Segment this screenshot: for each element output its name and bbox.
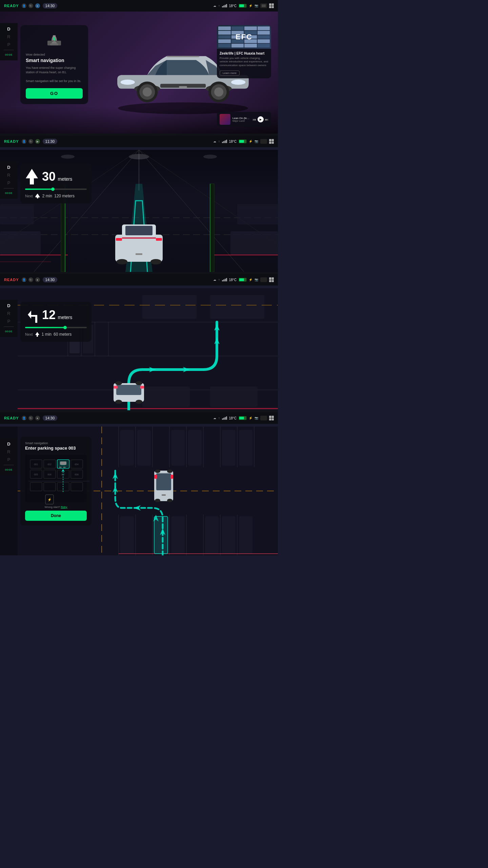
efc-card: EFC Zeekrlife | EFC Huaxia heart Provide… [217,25,271,78]
p3-screen [260,277,267,282]
svg-point-150 [59,467,62,468]
p4-bt: ⚡ [249,416,252,420]
p4-user-icon: 👤 [22,416,26,420]
next-button[interactable]: ⏭ [265,118,268,121]
nav-widget-subtitle: Wow detected [26,53,83,56]
panel-1-header: READY 👤 ↻ ● 14:30 ☁ ↑ 18°C ⚡ [0,0,278,12]
panel-2-content: D R P 000E [0,150,278,272]
svg-rect-73 [140,386,144,389]
prev-button[interactable]: ⏮ [253,118,256,121]
p4-screen [260,416,267,420]
progress-track-2 [25,189,87,190]
next-time-2: 2 min [42,194,52,198]
svg-rect-44 [136,253,142,255]
svg-rect-93 [171,430,185,466]
svg-marker-78 [35,332,39,337]
gear-sidebar-4: D R P 000E [0,438,18,475]
p3-refresh-icon: ↻ [28,277,33,282]
progress-container-3 [25,327,87,328]
parking-widget-subtitle: Smart navigation [25,441,87,445]
gear-sidebar-1: D R P 000E [0,23,18,60]
svg-rect-71 [116,385,141,395]
svg-point-151 [63,467,66,468]
parking-diagram: 001 002 003 004 005 006 007 008 [25,455,87,502]
efc-learn-button[interactable]: Learn more [220,71,240,76]
svg-rect-147 [71,482,83,491]
p4-cam: 📷 [255,416,258,420]
svg-point-20 [203,155,217,159]
svg-text:⚡: ⚡ [47,497,52,502]
efc-desc: Provide you with vehicle charging, vehic… [220,57,268,67]
nav-widget-1: Wow detected Smart navigation You have e… [20,25,88,104]
p3-status-icons: 👤 ↻ ● [22,277,40,282]
next-time-3: 1 min [42,332,52,337]
ready-badge-3: READY [4,278,19,282]
parking-done-button[interactable]: Done [25,511,87,521]
nav-widget-title: Smart navigation [26,58,83,63]
p3-header-left: READY 👤 ↻ ● 14:30 [4,277,57,282]
next-distance-2: 120 meters [54,194,75,198]
distance-container-3: 12 meters [42,308,72,322]
nav-go-button[interactable]: GO [26,88,83,99]
panel-1-wrapper: READY 👤 ↻ ● 14:30 ☁ ↑ 18°C ⚡ [0,0,278,134]
car-icon-container [26,31,83,49]
p4-temp: 18°C [229,416,237,420]
p4-record-icon: ● [35,416,40,420]
panel-4-wrapper: READY 👤 ↻ ● 14:30 ☁ ↑ 18°C ⚡ 📷 [0,412,278,555]
svg-rect-41 [116,238,122,241]
header-left: READY 👤 ↻ ● 14:30 [4,3,57,8]
svg-point-1 [121,80,135,85]
panel-1-content: D R P 000E [0,12,278,134]
wrong-start-text: Wrong start? Retry [25,506,87,509]
retry-link[interactable]: Retry [61,506,67,509]
svg-rect-29 [230,231,278,255]
svg-rect-16 [50,43,58,45]
svg-point-74 [115,400,122,404]
svg-rect-35 [210,184,214,272]
svg-text:005: 005 [34,473,38,476]
p2-header-right: ☁ ↑ 18°C ⚡ 📷 [213,139,274,144]
svg-rect-91 [120,430,134,466]
nav-direction-3: 12 meters [25,307,87,323]
panel-2-header: READY 👤 ↻ ▶ 11:30 ☁ ↑ 18°C ⚡ [0,136,278,147]
svg-rect-27 [0,231,41,255]
p4-status-icons: 👤 ↻ ● [22,416,40,420]
ready-badge: READY [4,4,19,8]
gear-sidebar-2: D R P 000E [0,161,18,199]
efc-info-section: Zeekrlife | EFC Huaxia heart Provide you… [217,49,271,78]
efc-building: EFC [217,25,271,49]
svg-rect-119 [156,473,171,490]
p3-gear-d: D [7,302,10,310]
p2-gear-p: P [7,180,11,187]
next-label-2: Next [25,194,33,198]
svg-rect-120 [154,475,157,479]
p3-user-icon: 👤 [22,277,26,282]
svg-point-45 [117,259,127,264]
p3-cam: 📷 [255,278,258,281]
svg-marker-47 [26,169,38,184]
svg-rect-96 [239,430,252,466]
p3-gear-div [4,327,14,327]
svg-text:002: 002 [47,463,52,466]
nav-widget-desc: You have entered the super charging stat… [26,66,83,74]
svg-rect-105 [120,516,134,554]
signal-bars [222,4,227,7]
p3-ant: ↑ [218,278,220,281]
svg-rect-110 [239,516,252,554]
svg-point-76 [115,381,122,385]
svg-point-75 [136,400,142,404]
p4-grid [269,416,274,420]
music-artist: Major Lazer [232,120,251,122]
svg-rect-30 [237,204,278,224]
car-icon-svg [44,31,64,47]
p3-bt: ⚡ [249,278,252,281]
cloud-icon: ☁ [213,4,216,7]
panel-4-header: READY 👤 ↻ ● 14:30 ☁ ↑ 18°C ⚡ 📷 [0,412,278,424]
svg-rect-13 [167,56,199,57]
p2-gear-r: R [7,172,10,179]
p4-header-left: READY 👤 ↻ ● 14:30 [4,415,57,421]
svg-rect-12 [179,86,187,88]
antenna-icon: ↑ [218,4,220,7]
p4-gear-r: R [7,449,10,456]
play-button[interactable]: ▶ [258,116,264,122]
